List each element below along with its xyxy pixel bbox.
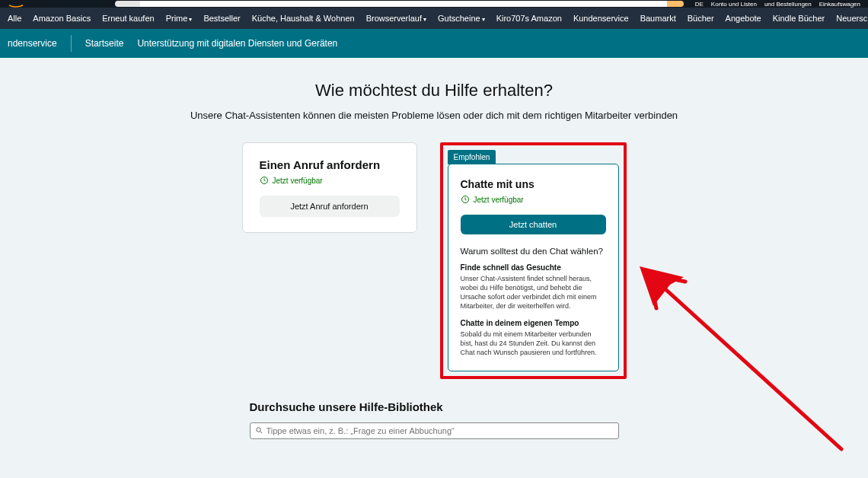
- deliver-to[interactable]: [50, 1, 104, 7]
- search-icon: [255, 426, 263, 435]
- search-library-input[interactable]: [266, 426, 614, 435]
- request-call-card: Einen Anruf anfordern Jetzt verfügbar Je…: [242, 142, 417, 233]
- start-chat-button[interactable]: Jetzt chatten: [461, 215, 606, 234]
- account-lists[interactable]: Konto und Listen: [711, 1, 757, 8]
- divider: [71, 35, 72, 52]
- nav-kundenservice[interactable]: Kundenservice: [573, 14, 629, 23]
- nav-buecher[interactable]: Bücher: [688, 14, 714, 23]
- clock-icon: [461, 195, 470, 204]
- chat-why-title: Warum solltest du den Chat wählen?: [461, 247, 606, 256]
- benefit-2-text: Sobald du mit einem Mitarbeiter verbunde…: [461, 330, 606, 357]
- nav-all[interactable]: Alle: [8, 14, 21, 23]
- nav-angebote[interactable]: Angebote: [726, 14, 761, 23]
- chat-status-text: Jetzt verfügbar: [474, 196, 524, 204]
- recommended-badge: Empfohlen: [448, 150, 496, 164]
- help-options-row: Einen Anruf anfordern Jetzt verfügbar Je…: [0, 142, 868, 379]
- benefit-1-title: Finde schnell das Gesuchte: [461, 263, 606, 272]
- chat-status: Jetzt verfügbar: [461, 195, 606, 204]
- chevron-down-icon: ▾: [423, 16, 426, 23]
- page-title: Wie möchtest du Hilfe erhalten?: [0, 81, 868, 100]
- help-sub-nav: ndenservice Startseite Unterstützung mit…: [0, 29, 868, 58]
- nav-kindle[interactable]: Kindle Bücher: [773, 14, 825, 23]
- search-library-title: Durchsuche unsere Hilfe-Bibliothek: [250, 400, 619, 413]
- subnav-digital-support[interactable]: Unterstützung mit digitalen Diensten und…: [137, 38, 337, 49]
- amazon-logo[interactable]: [8, 1, 46, 7]
- nav-amazon-basics[interactable]: Amazon Basics: [33, 14, 91, 23]
- search-button[interactable]: [667, 1, 684, 7]
- subnav-startseite[interactable]: Startseite: [85, 38, 124, 49]
- chat-card: Chatte mit uns Jetzt verfügbar Jetzt cha…: [448, 164, 619, 371]
- nav-erneut-kaufen[interactable]: Erneut kaufen: [102, 14, 155, 23]
- cart-link[interactable]: Einkaufswagen: [819, 1, 860, 8]
- request-call-button[interactable]: Jetzt Anruf anfordern: [260, 196, 400, 217]
- benefit-1-text: Unser Chat-Assistent findet schnell hera…: [461, 274, 606, 311]
- search-library-input-wrap[interactable]: [250, 422, 619, 439]
- clock-icon: [260, 176, 269, 185]
- search-input[interactable]: [140, 1, 667, 7]
- call-card-title: Einen Anruf anfordern: [260, 158, 400, 171]
- nav-prime[interactable]: Prime▾: [166, 14, 193, 23]
- search-bar[interactable]: [115, 1, 684, 7]
- help-library-search: Durchsuche unsere Hilfe-Bibliothek: [250, 400, 619, 439]
- main-content: Wie möchtest du Hilfe erhalten? Unsere C…: [0, 58, 868, 439]
- nav-bestseller[interactable]: Bestseller: [203, 14, 240, 23]
- nav-baumarkt[interactable]: Baumarkt: [640, 14, 676, 23]
- orders-link[interactable]: und Bestellungen: [764, 1, 812, 8]
- call-status-text: Jetzt verfügbar: [273, 177, 323, 185]
- call-status: Jetzt verfügbar: [260, 176, 400, 185]
- nav-gutscheine[interactable]: Gutscheine▾: [438, 14, 485, 23]
- chat-card-highlight: Empfohlen Chatte mit uns Jetzt verfügbar…: [440, 142, 627, 379]
- lang-selector[interactable]: DE: [695, 1, 704, 8]
- chevron-down-icon: ▾: [482, 16, 485, 23]
- nav-my-amazon[interactable]: Kiro707s Amazon: [496, 14, 562, 23]
- nav-kueche[interactable]: Küche, Haushalt & Wohnen: [252, 14, 355, 23]
- chat-card-title: Chatte mit uns: [461, 178, 606, 190]
- main-nav: Alle Amazon Basics Erneut kaufen Prime▾ …: [0, 8, 868, 29]
- search-category-dropdown[interactable]: [115, 1, 140, 7]
- chevron-down-icon: ▾: [189, 16, 192, 23]
- top-header: DE Konto und Listen und Bestellungen Ein…: [0, 0, 868, 8]
- page-subtitle: Unsere Chat-Assistenten können die meist…: [0, 110, 868, 121]
- subnav-kundenservice[interactable]: ndenservice: [8, 38, 57, 49]
- svg-point-2: [256, 428, 260, 432]
- nav-neu[interactable]: Neuerscheinungen: [836, 14, 868, 23]
- benefit-2-title: Chatte in deinem eigenen Tempo: [461, 319, 606, 327]
- nav-browserverlauf[interactable]: Browserverlauf▾: [366, 14, 426, 23]
